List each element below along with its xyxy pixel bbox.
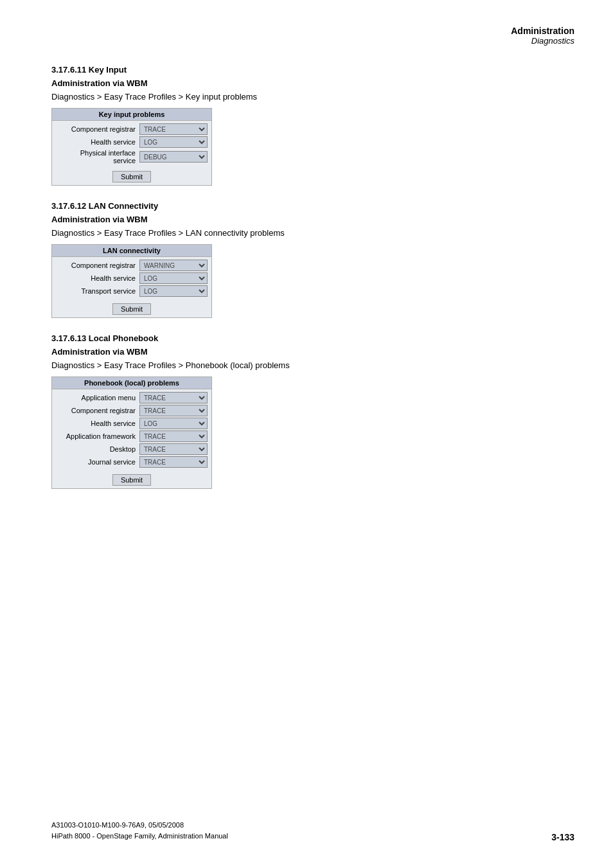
row-label-2-5: Journal service: [56, 458, 139, 466]
submit-button-1[interactable]: Submit: [112, 303, 151, 315]
breadcrumb-2: Diagnostics > Easy Trace Profiles > Phon…: [51, 360, 574, 370]
section-heading-2: 3.17.6.13 Local Phonebook: [51, 333, 574, 343]
panel-row-1-1: Health serviceLOG: [56, 272, 208, 284]
row-select-wrapper-0-0[interactable]: TRACE: [139, 123, 208, 135]
panel-row-0-0: Component registrarTRACE: [56, 123, 208, 135]
row-select-wrapper-2-1[interactable]: TRACE: [139, 405, 208, 416]
section-heading-1: 3.17.6.12 LAN Connectivity: [51, 201, 574, 211]
row-select-wrapper-1-2[interactable]: LOG: [139, 285, 208, 297]
page-header: Administration Diagnostics: [51, 26, 574, 46]
section-3.17.6.11: 3.17.6.11 Key InputAdministration via WB…: [51, 65, 574, 186]
panel-row-1-2: Transport serviceLOG: [56, 285, 208, 297]
panel-body-1: Component registrarWARNINGHealth service…: [52, 257, 211, 301]
page-container: Administration Diagnostics 3.17.6.11 Key…: [0, 0, 613, 868]
row-select-0-2[interactable]: DEBUG: [139, 151, 208, 163]
row-label-2-3: Application framework: [56, 432, 139, 440]
row-select-2-2[interactable]: LOG: [139, 418, 208, 429]
row-label-1-1: Health service: [56, 274, 139, 282]
row-label-2-1: Component registrar: [56, 407, 139, 414]
panel-row-2-1: Component registrarTRACE: [56, 405, 208, 416]
panel-row-2-2: Health serviceLOG: [56, 418, 208, 429]
panel-0: Key input problemsComponent registrarTRA…: [51, 108, 212, 186]
panel-header-0: Key input problems: [52, 109, 211, 121]
section-heading-0: 3.17.6.11 Key Input: [51, 65, 574, 75]
panel-footer-2: Submit: [52, 472, 211, 488]
header-title-main: Administration: [51, 26, 574, 36]
panel-footer-1: Submit: [52, 301, 211, 317]
row-select-2-0[interactable]: TRACE: [139, 392, 208, 403]
row-select-wrapper-1-0[interactable]: WARNING: [139, 260, 208, 271]
row-select-2-5[interactable]: TRACE: [139, 456, 208, 468]
panel-2: Phonebook (local) problemsApplication me…: [51, 376, 212, 489]
row-select-wrapper-2-3[interactable]: TRACE: [139, 430, 208, 442]
row-label-2-0: Application menu: [56, 394, 139, 402]
panel-header-2: Phonebook (local) problems: [52, 377, 211, 389]
admin-label-0: Administration via WBM: [51, 78, 574, 88]
section-3.17.6.13: 3.17.6.13 Local PhonebookAdministration …: [51, 333, 574, 489]
section-3.17.6.12: 3.17.6.12 LAN ConnectivityAdministration…: [51, 201, 574, 318]
panel-row-2-5: Journal serviceTRACE: [56, 456, 208, 468]
row-select-wrapper-2-2[interactable]: LOG: [139, 418, 208, 429]
admin-label-2: Administration via WBM: [51, 347, 574, 357]
footer-left: A31003-O1010-M100-9-76A9, 05/05/2008 HiP…: [51, 820, 228, 842]
panel-header-1: LAN connectivity: [52, 245, 211, 257]
row-select-0-0[interactable]: TRACE: [139, 123, 208, 135]
row-select-1-0[interactable]: WARNING: [139, 260, 208, 271]
row-label-0-2: Physical interface service: [56, 149, 139, 164]
footer-line1: A31003-O1010-M100-9-76A9, 05/05/2008: [51, 820, 228, 831]
row-select-wrapper-2-0[interactable]: TRACE: [139, 392, 208, 403]
admin-label-1: Administration via WBM: [51, 215, 574, 224]
submit-button-2[interactable]: Submit: [112, 474, 151, 486]
row-label-1-2: Transport service: [56, 287, 139, 295]
row-select-wrapper-1-1[interactable]: LOG: [139, 272, 208, 284]
row-label-0-1: Health service: [56, 138, 139, 146]
row-select-2-1[interactable]: TRACE: [139, 405, 208, 416]
panel-body-2: Application menuTRACEComponent registrar…: [52, 389, 211, 472]
panel-row-0-2: Physical interface serviceDEBUG: [56, 149, 208, 164]
panel-body-0: Component registrarTRACEHealth serviceLO…: [52, 121, 211, 168]
page-footer: A31003-O1010-M100-9-76A9, 05/05/2008 HiP…: [51, 820, 574, 842]
row-label-2-2: Health service: [56, 420, 139, 427]
row-select-1-2[interactable]: LOG: [139, 285, 208, 297]
panel-footer-0: Submit: [52, 168, 211, 185]
row-label-2-4: Desktop: [56, 445, 139, 453]
panel-1: LAN connectivityComponent registrarWARNI…: [51, 244, 212, 318]
row-select-wrapper-2-5[interactable]: TRACE: [139, 456, 208, 468]
breadcrumb-0: Diagnostics > Easy Trace Profiles > Key …: [51, 92, 574, 102]
panel-row-2-0: Application menuTRACE: [56, 392, 208, 403]
row-label-0-0: Component registrar: [56, 125, 139, 133]
header-title-sub: Diagnostics: [51, 36, 574, 46]
row-label-1-0: Component registrar: [56, 261, 139, 269]
row-select-2-4[interactable]: TRACE: [139, 443, 208, 455]
footer-page-number: 3-133: [551, 832, 574, 842]
panel-row-0-1: Health serviceLOG: [56, 136, 208, 148]
row-select-wrapper-2-4[interactable]: TRACE: [139, 443, 208, 455]
row-select-0-1[interactable]: LOG: [139, 136, 208, 148]
panel-row-2-4: DesktopTRACE: [56, 443, 208, 455]
submit-button-0[interactable]: Submit: [112, 171, 151, 182]
row-select-wrapper-0-1[interactable]: LOG: [139, 136, 208, 148]
row-select-wrapper-0-2[interactable]: DEBUG: [139, 151, 208, 163]
breadcrumb-1: Diagnostics > Easy Trace Profiles > LAN …: [51, 228, 574, 238]
row-select-1-1[interactable]: LOG: [139, 272, 208, 284]
footer-line2: HiPath 8000 - OpenStage Family, Administ…: [51, 831, 228, 842]
sections-container: 3.17.6.11 Key InputAdministration via WB…: [51, 65, 574, 489]
panel-row-1-0: Component registrarWARNING: [56, 260, 208, 271]
panel-row-2-3: Application frameworkTRACE: [56, 430, 208, 442]
row-select-2-3[interactable]: TRACE: [139, 430, 208, 442]
